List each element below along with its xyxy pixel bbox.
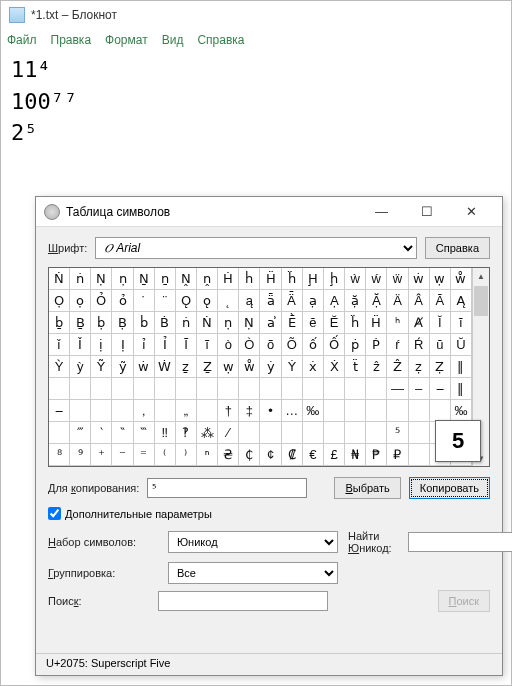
char-cell[interactable]: Ặ bbox=[366, 290, 387, 312]
char-cell[interactable] bbox=[366, 422, 387, 444]
char-cell[interactable]: ẇ bbox=[409, 268, 430, 290]
char-cell[interactable]: ẘ bbox=[239, 356, 260, 378]
char-cell[interactable] bbox=[345, 378, 366, 400]
charmap-titlebar[interactable]: Таблица символов — ☐ ✕ bbox=[36, 197, 502, 227]
char-cell[interactable]: ḧ bbox=[345, 312, 366, 334]
char-cell[interactable]: ₾ bbox=[451, 466, 472, 467]
char-cell[interactable]: Ḩ bbox=[303, 268, 324, 290]
char-cell[interactable]: Ị bbox=[112, 334, 133, 356]
char-cell[interactable]: Ā bbox=[430, 290, 451, 312]
char-cell[interactable]: ẃ bbox=[366, 268, 387, 290]
char-cell[interactable]: Õ bbox=[282, 334, 303, 356]
char-cell[interactable]: ‖ bbox=[451, 378, 472, 400]
char-cell[interactable]: ʰ bbox=[387, 312, 408, 334]
char-cell[interactable]: ‴ bbox=[70, 422, 91, 444]
char-cell[interactable]: ố bbox=[303, 334, 324, 356]
char-cell[interactable]: — bbox=[387, 378, 408, 400]
char-cell[interactable]: ą bbox=[239, 290, 260, 312]
char-cell[interactable] bbox=[155, 378, 176, 400]
char-cell[interactable]: Ṇ bbox=[239, 312, 260, 334]
char-cell[interactable]: ‵ bbox=[91, 422, 112, 444]
char-cell[interactable]: € bbox=[303, 444, 324, 466]
char-cell[interactable] bbox=[155, 400, 176, 422]
char-cell[interactable]: ₽ bbox=[387, 444, 408, 466]
char-cell[interactable]: ĭ bbox=[451, 312, 472, 334]
char-cell[interactable]: Ǐ bbox=[70, 334, 91, 356]
char-cell[interactable]: ṋ bbox=[197, 268, 218, 290]
scroll-thumb[interactable] bbox=[474, 286, 488, 316]
char-cell[interactable]: ẗ bbox=[345, 356, 366, 378]
close-button[interactable]: ✕ bbox=[449, 198, 494, 226]
char-cell[interactable] bbox=[70, 400, 91, 422]
char-cell[interactable]: ẇ bbox=[134, 356, 155, 378]
char-cell[interactable]: ₦ bbox=[409, 466, 430, 467]
char-cell[interactable]: õ bbox=[260, 334, 281, 356]
char-cell[interactable]: ặ bbox=[345, 290, 366, 312]
char-cell[interactable]: Ⱥ bbox=[409, 312, 430, 334]
char-cell[interactable] bbox=[134, 378, 155, 400]
char-cell[interactable]: Ỳ bbox=[49, 356, 70, 378]
char-cell[interactable]: Ẋ bbox=[324, 356, 345, 378]
char-cell[interactable]: ṇ bbox=[218, 312, 239, 334]
char-cell[interactable]: ị bbox=[91, 334, 112, 356]
char-cell[interactable]: ⁵ bbox=[387, 422, 408, 444]
char-cell[interactable]: Ĩ bbox=[176, 334, 197, 356]
char-cell[interactable]: ṉ bbox=[155, 268, 176, 290]
char-cell[interactable]: ǫ bbox=[197, 290, 218, 312]
menu-help[interactable]: Справка bbox=[197, 33, 244, 47]
char-cell[interactable]: ṇ bbox=[112, 268, 133, 290]
char-cell[interactable] bbox=[260, 422, 281, 444]
char-cell[interactable]: ŭ bbox=[430, 334, 451, 356]
char-cell[interactable]: Ḧ bbox=[366, 312, 387, 334]
char-cell[interactable]: Ỉ bbox=[155, 334, 176, 356]
char-cell[interactable] bbox=[197, 378, 218, 400]
char-cell[interactable]: ⁹ bbox=[70, 444, 91, 466]
char-cell[interactable]: Ạ bbox=[324, 290, 345, 312]
char-cell[interactable] bbox=[409, 422, 430, 444]
char-cell[interactable]: ḅ bbox=[91, 312, 112, 334]
char-cell[interactable]: ₼ bbox=[387, 466, 408, 467]
char-cell[interactable]: Ṅ bbox=[197, 312, 218, 334]
char-cell[interactable]: ⁽ bbox=[155, 444, 176, 466]
char-cell[interactable]: – bbox=[409, 378, 430, 400]
char-cell[interactable]: Ḧ bbox=[260, 268, 281, 290]
char-cell[interactable]: ǐ bbox=[49, 334, 70, 356]
char-cell[interactable]: ⁿ bbox=[197, 444, 218, 466]
char-cell[interactable]: ḃ bbox=[134, 312, 155, 334]
menu-view[interactable]: Вид bbox=[162, 33, 184, 47]
char-cell[interactable]: ˛ bbox=[218, 290, 239, 312]
char-cell[interactable]: ₵ bbox=[239, 466, 260, 467]
char-cell[interactable]: Ŭ bbox=[451, 334, 472, 356]
char-cell[interactable]: € bbox=[49, 466, 70, 467]
char-cell[interactable] bbox=[282, 378, 303, 400]
char-cell[interactable]: ⁼ bbox=[134, 444, 155, 466]
char-cell[interactable]: ₵ bbox=[239, 444, 260, 466]
char-cell[interactable]: ‰ bbox=[451, 400, 472, 422]
char-cell[interactable]: … bbox=[282, 400, 303, 422]
char-cell[interactable]: ẏ bbox=[260, 356, 281, 378]
char-cell[interactable]: ṅ bbox=[176, 312, 197, 334]
char-cell[interactable] bbox=[49, 422, 70, 444]
select-button[interactable]: Выбрать bbox=[334, 477, 400, 499]
minimize-button[interactable]: — bbox=[359, 198, 404, 226]
char-cell[interactable]: Ỹ bbox=[91, 356, 112, 378]
char-cell[interactable]: Ĭ bbox=[430, 312, 451, 334]
char-cell[interactable]: ‰ bbox=[303, 400, 324, 422]
char-cell[interactable]: ẘ bbox=[451, 268, 472, 290]
char-cell[interactable]: ₽ bbox=[430, 466, 451, 467]
char-cell[interactable]: ‽ bbox=[176, 422, 197, 444]
char-cell[interactable]: ẕ bbox=[176, 356, 197, 378]
char-cell[interactable]: ‒ bbox=[49, 400, 70, 422]
char-cell[interactable] bbox=[70, 378, 91, 400]
char-cell[interactable]: ọ bbox=[70, 290, 91, 312]
char-cell[interactable]: ḣ bbox=[239, 268, 260, 290]
char-cell[interactable]: ẁ bbox=[345, 268, 366, 290]
char-cell[interactable]: ⁸ bbox=[49, 444, 70, 466]
char-cell[interactable]: † bbox=[218, 400, 239, 422]
char-cell[interactable] bbox=[197, 400, 218, 422]
char-cell[interactable]: ‚ bbox=[134, 400, 155, 422]
char-cell[interactable] bbox=[176, 378, 197, 400]
char-cell[interactable] bbox=[239, 422, 260, 444]
char-cell[interactable]: ₭ bbox=[70, 466, 91, 467]
char-cell[interactable]: ẅ bbox=[387, 268, 408, 290]
